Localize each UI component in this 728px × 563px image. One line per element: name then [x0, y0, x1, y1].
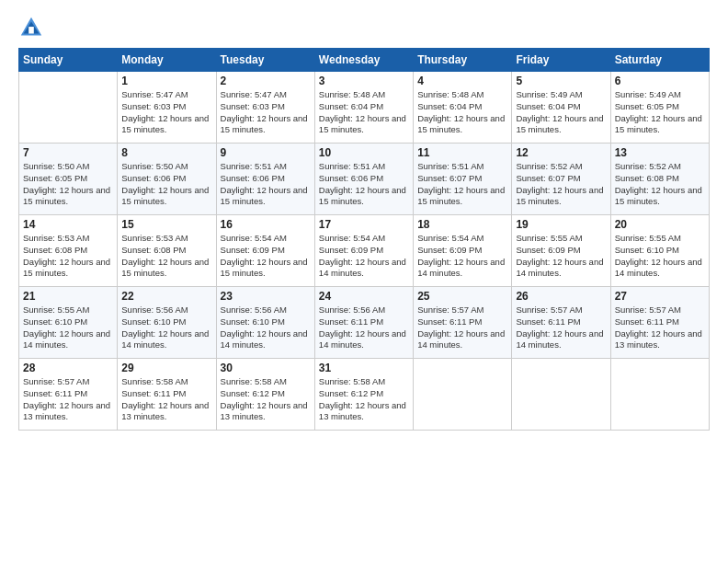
day-info: Sunrise: 5:54 AM Sunset: 6:09 PM Dayligh… [319, 233, 409, 280]
weekday-header-saturday: Saturday [610, 49, 709, 72]
sunset: Sunset: 6:07 PM [516, 173, 580, 183]
day-number: 26 [516, 290, 606, 303]
day-cell: 1 Sunrise: 5:47 AM Sunset: 6:03 PM Dayli… [118, 72, 216, 144]
day-cell: 16 Sunrise: 5:54 AM Sunset: 6:09 PM Dayl… [216, 215, 314, 287]
day-number: 17 [319, 218, 409, 231]
day-cell: 19 Sunrise: 5:55 AM Sunset: 6:09 PM Dayl… [512, 215, 610, 287]
sunset: Sunset: 6:03 PM [221, 101, 285, 111]
day-info: Sunrise: 5:49 AM Sunset: 6:04 PM Dayligh… [516, 89, 606, 136]
daylight: Daylight: 12 hours and 14 minutes. [516, 257, 603, 279]
day-number: 3 [319, 75, 409, 87]
day-info: Sunrise: 5:50 AM Sunset: 6:05 PM Dayligh… [23, 161, 113, 208]
day-cell: 23 Sunrise: 5:56 AM Sunset: 6:10 PM Dayl… [216, 287, 314, 359]
daylight: Daylight: 12 hours and 13 minutes. [23, 400, 110, 422]
day-number: 7 [23, 146, 113, 159]
sunset: Sunset: 6:12 PM [319, 388, 383, 398]
day-info: Sunrise: 5:55 AM Sunset: 6:09 PM Dayligh… [516, 233, 606, 280]
day-cell [512, 359, 610, 431]
day-cell: 25 Sunrise: 5:57 AM Sunset: 6:11 PM Dayl… [414, 287, 512, 359]
day-number: 22 [121, 290, 211, 303]
sunrise: Sunrise: 5:53 AM [23, 233, 89, 243]
day-number: 21 [23, 290, 113, 303]
day-number: 11 [417, 146, 507, 159]
week-row-1: 1 Sunrise: 5:47 AM Sunset: 6:03 PM Dayli… [19, 72, 710, 144]
day-cell: 30 Sunrise: 5:58 AM Sunset: 6:12 PM Dayl… [216, 359, 314, 431]
day-number: 9 [221, 146, 311, 159]
sunset: Sunset: 6:04 PM [417, 101, 482, 111]
sunset: Sunset: 6:07 PM [417, 173, 482, 183]
sunset: Sunset: 6:09 PM [319, 245, 383, 255]
day-info: Sunrise: 5:58 AM Sunset: 6:12 PM Dayligh… [221, 376, 311, 423]
day-info: Sunrise: 5:48 AM Sunset: 6:04 PM Dayligh… [319, 89, 409, 136]
day-cell: 8 Sunrise: 5:50 AM Sunset: 6:06 PM Dayli… [118, 144, 216, 215]
day-cell: 5 Sunrise: 5:49 AM Sunset: 6:04 PM Dayli… [512, 72, 610, 144]
weekday-header-tuesday: Tuesday [216, 49, 314, 72]
day-info: Sunrise: 5:55 AM Sunset: 6:10 PM Dayligh… [23, 304, 113, 351]
sunrise: Sunrise: 5:57 AM [417, 304, 483, 315]
day-number: 27 [615, 290, 705, 303]
daylight: Daylight: 12 hours and 15 minutes. [221, 257, 308, 279]
day-info: Sunrise: 5:56 AM Sunset: 6:11 PM Dayligh… [319, 304, 409, 351]
sunrise: Sunrise: 5:54 AM [319, 233, 385, 243]
day-cell: 14 Sunrise: 5:53 AM Sunset: 6:08 PM Dayl… [19, 215, 118, 287]
sunset: Sunset: 6:10 PM [121, 316, 186, 327]
calendar-table: SundayMondayTuesdayWednesdayThursdayFrid… [18, 48, 710, 431]
week-row-3: 14 Sunrise: 5:53 AM Sunset: 6:08 PM Dayl… [19, 215, 710, 287]
sunset: Sunset: 6:11 PM [615, 316, 679, 327]
day-number: 29 [121, 362, 211, 374]
day-info: Sunrise: 5:51 AM Sunset: 6:07 PM Dayligh… [417, 161, 507, 208]
day-cell: 12 Sunrise: 5:52 AM Sunset: 6:07 PM Dayl… [512, 144, 610, 215]
day-cell: 29 Sunrise: 5:58 AM Sunset: 6:11 PM Dayl… [118, 359, 216, 431]
sunset: Sunset: 6:10 PM [23, 316, 87, 327]
day-cell: 3 Sunrise: 5:48 AM Sunset: 6:04 PM Dayli… [314, 72, 413, 144]
sunrise: Sunrise: 5:52 AM [516, 161, 582, 171]
daylight: Daylight: 12 hours and 15 minutes. [516, 185, 603, 207]
daylight: Daylight: 12 hours and 15 minutes. [615, 113, 702, 135]
daylight: Daylight: 12 hours and 15 minutes. [615, 185, 702, 207]
day-cell: 18 Sunrise: 5:54 AM Sunset: 6:09 PM Dayl… [414, 215, 512, 287]
day-number: 2 [221, 75, 311, 87]
sunset: Sunset: 6:06 PM [221, 173, 285, 183]
day-info: Sunrise: 5:54 AM Sunset: 6:09 PM Dayligh… [417, 233, 507, 280]
daylight: Daylight: 12 hours and 14 minutes. [516, 328, 603, 350]
day-number: 24 [319, 290, 409, 303]
day-info: Sunrise: 5:47 AM Sunset: 6:03 PM Dayligh… [121, 89, 211, 136]
day-number: 20 [615, 218, 705, 231]
day-cell: 20 Sunrise: 5:55 AM Sunset: 6:10 PM Dayl… [610, 215, 709, 287]
sunrise: Sunrise: 5:58 AM [319, 376, 385, 386]
daylight: Daylight: 12 hours and 15 minutes. [516, 113, 603, 135]
week-row-4: 21 Sunrise: 5:55 AM Sunset: 6:10 PM Dayl… [19, 287, 710, 359]
day-info: Sunrise: 5:49 AM Sunset: 6:05 PM Dayligh… [615, 89, 705, 136]
sunrise: Sunrise: 5:49 AM [516, 89, 582, 99]
daylight: Daylight: 12 hours and 15 minutes. [417, 113, 505, 135]
sunset: Sunset: 6:09 PM [516, 245, 580, 255]
sunset: Sunset: 6:11 PM [319, 316, 383, 327]
sunrise: Sunrise: 5:48 AM [417, 89, 483, 99]
day-info: Sunrise: 5:56 AM Sunset: 6:10 PM Dayligh… [221, 304, 311, 351]
sunset: Sunset: 6:06 PM [121, 173, 186, 183]
day-number: 1 [121, 75, 211, 87]
day-number: 12 [516, 146, 606, 159]
daylight: Daylight: 12 hours and 14 minutes. [417, 257, 505, 279]
day-cell: 9 Sunrise: 5:51 AM Sunset: 6:06 PM Dayli… [216, 144, 314, 215]
sunrise: Sunrise: 5:56 AM [221, 304, 287, 315]
day-info: Sunrise: 5:50 AM Sunset: 6:06 PM Dayligh… [121, 161, 211, 208]
day-cell: 26 Sunrise: 5:57 AM Sunset: 6:11 PM Dayl… [512, 287, 610, 359]
sunset: Sunset: 6:08 PM [121, 245, 186, 255]
day-info: Sunrise: 5:58 AM Sunset: 6:11 PM Dayligh… [121, 376, 211, 423]
sunset: Sunset: 6:05 PM [615, 101, 679, 111]
sunrise: Sunrise: 5:56 AM [319, 304, 385, 315]
day-cell: 22 Sunrise: 5:56 AM Sunset: 6:10 PM Dayl… [118, 287, 216, 359]
day-info: Sunrise: 5:52 AM Sunset: 6:08 PM Dayligh… [615, 161, 705, 208]
day-cell: 15 Sunrise: 5:53 AM Sunset: 6:08 PM Dayl… [118, 215, 216, 287]
sunrise: Sunrise: 5:47 AM [221, 89, 287, 99]
sunset: Sunset: 6:10 PM [221, 316, 285, 327]
daylight: Daylight: 12 hours and 14 minutes. [417, 328, 505, 350]
daylight: Daylight: 12 hours and 13 minutes. [121, 400, 209, 422]
logo-icon [18, 15, 44, 40]
day-cell: 11 Sunrise: 5:51 AM Sunset: 6:07 PM Dayl… [414, 144, 512, 215]
sunset: Sunset: 6:11 PM [121, 388, 186, 398]
day-number: 16 [221, 218, 311, 231]
day-info: Sunrise: 5:47 AM Sunset: 6:03 PM Dayligh… [221, 89, 311, 136]
sunrise: Sunrise: 5:51 AM [221, 161, 287, 171]
